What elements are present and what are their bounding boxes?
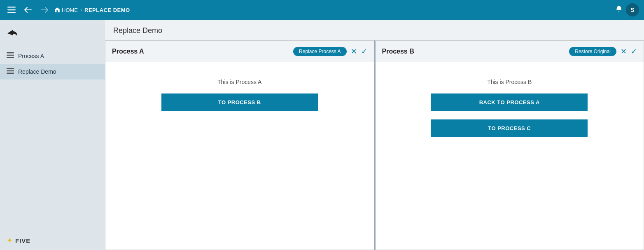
to-process-c-button[interactable]: TO PROCESS C [431,119,588,137]
main-layout: Process A Replace Demo ✦ FIVE Replace De… [0,20,644,250]
sidebar-item-replace-demo[interactable]: Replace Demo [0,64,105,79]
svg-rect-8 [7,68,14,69]
panel-a-header: Process A Replace Process A ✕ ✓ [105,41,374,62]
svg-rect-5 [7,52,14,54]
replace-process-a-button[interactable]: Replace Process A [293,47,346,56]
logo-text: FIVE [15,237,30,244]
topnav-right-actions: S [615,3,639,16]
panel-a-check-icon[interactable]: ✓ [361,47,367,56]
sidebar-item-process-a-label: Process A [18,53,44,59]
panel-b-title: Process B [382,48,565,55]
home-breadcrumb[interactable]: HOME [54,7,78,13]
panels-area: Process A Replace Process A ✕ ✓ This is … [105,40,644,250]
svg-rect-10 [7,73,14,74]
sidebar-item-process-a[interactable]: Process A [0,48,105,64]
current-page-label: REPLACE DEMO [84,7,130,13]
panel-b-close-icon[interactable]: ✕ [621,47,627,56]
panel-a-description: This is Process A [217,79,261,85]
svg-point-4 [618,11,619,12]
svg-rect-7 [7,57,14,58]
notification-bell-icon[interactable] [615,5,623,15]
panel-process-b: Process B Restore Original ✕ ✓ This is P… [374,40,644,250]
forward-icon[interactable] [38,3,51,16]
panel-b-check-icon[interactable]: ✓ [631,47,637,56]
svg-rect-3 [56,10,58,12]
logo-star-icon: ✦ [7,236,13,245]
breadcrumb-separator: › [80,7,82,13]
to-process-b-button[interactable]: TO PROCESS B [161,93,318,111]
page-header: Replace Demo [105,20,644,40]
sidebar-logo: ✦ FIVE [0,231,105,250]
panel-a-body: This is Process A TO PROCESS B [105,62,374,250]
menu-icon [7,52,14,60]
user-avatar[interactable]: S [626,3,639,16]
panel-a-title: Process A [112,48,289,55]
svg-rect-9 [7,70,14,72]
svg-rect-6 [7,55,14,56]
menu-icon-2 [7,68,14,75]
sidebar-share-area [0,23,105,48]
svg-rect-2 [7,12,16,14]
svg-rect-0 [7,7,16,8]
top-navigation: HOME › REPLACE DEMO S [0,0,644,20]
restore-original-button[interactable]: Restore Original [569,47,616,56]
sidebar: Process A Replace Demo ✦ FIVE [0,20,105,250]
panel-b-description: This is Process B [487,79,532,85]
back-to-process-a-button[interactable]: BACK TO PROCESS A [431,93,588,111]
panel-b-header: Process B Restore Original ✕ ✓ [376,41,644,62]
svg-rect-1 [7,9,16,11]
home-label: HOME [62,7,78,13]
content-area: Replace Demo Process A Replace Process A… [105,20,644,250]
panel-process-a: Process A Replace Process A ✕ ✓ This is … [105,40,374,250]
back-icon[interactable] [21,3,35,16]
breadcrumb: HOME › REPLACE DEMO [54,7,612,13]
share-icon[interactable] [7,28,98,42]
page-title: Replace Demo [113,26,162,35]
panel-b-body: This is Process B BACK TO PROCESS A TO P… [376,62,644,250]
hamburger-icon[interactable] [5,3,18,16]
panel-a-close-icon[interactable]: ✕ [351,47,357,56]
sidebar-item-replace-demo-label: Replace Demo [18,68,56,75]
